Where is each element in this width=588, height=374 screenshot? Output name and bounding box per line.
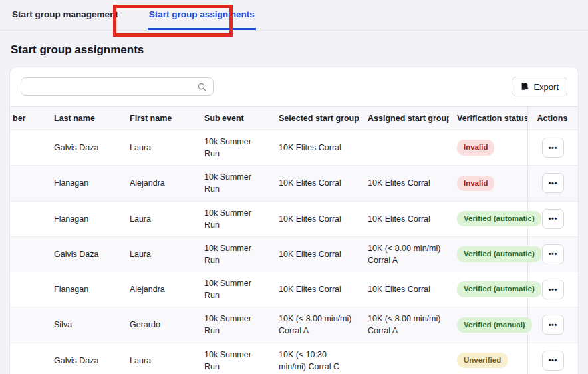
cell-last-name: Silva (46, 307, 122, 343)
cell-actions: ••• (527, 166, 578, 201)
cell-sub-event: 10k Summer Run (196, 307, 271, 343)
cell-last-name: Flanagan (46, 272, 122, 307)
verification-status-badge: Unverified (457, 353, 508, 369)
verification-status-badge: Invalid (457, 176, 494, 192)
verification-status-badge: Verified (automatic) (457, 281, 541, 297)
column-header-selected-start-group: Selected start group (271, 107, 360, 130)
table-row: Galvis DazaLaura10k Summer Run10K Elites… (10, 130, 578, 166)
cell-last-name: Flanagan (46, 166, 122, 201)
table-row: Galvis DazaLaura10k Summer Run10K (< 10:… (10, 343, 578, 374)
assignments-table: ber Last name First name Sub event Selec… (10, 106, 578, 374)
row-actions-menu-button[interactable]: ••• (542, 351, 564, 371)
cell-last-name: Galvis Daza (46, 130, 122, 166)
table-body: Galvis DazaLaura10k Summer Run10K Elites… (10, 130, 578, 374)
cell-verification-status: Verified (manual) (449, 307, 527, 343)
row-actions-menu-button[interactable]: ••• (542, 280, 564, 299)
cell-sub-event: 10k Summer Run (196, 166, 271, 201)
row-actions-menu-button[interactable]: ••• (542, 209, 564, 229)
cell-first-name: Gerardo (122, 307, 196, 343)
cell-assigned-start-group: 10K Elites Corral (360, 201, 449, 236)
cell-bib-number (10, 343, 46, 374)
cell-sub-event: 10k Summer Run (196, 130, 271, 166)
cell-selected-start-group: 10K Elites Corral (271, 130, 360, 166)
cell-selected-start-group: 10K (< 8.00 min/mi) Corral A (271, 307, 360, 343)
row-actions-menu-button[interactable]: ••• (542, 244, 564, 264)
cell-actions: ••• (527, 307, 578, 343)
cell-verification-status: Verified (automatic) (449, 236, 527, 272)
cell-last-name: Flanagan (46, 201, 122, 236)
search-icon (197, 82, 207, 92)
cell-first-name: Alejandra (122, 166, 196, 201)
cell-assigned-start-group: 10K Elites Corral (360, 166, 449, 201)
cell-selected-start-group: 10K Elites Corral (271, 166, 360, 201)
table-toolbar: Export (10, 67, 578, 106)
cell-bib-number (10, 201, 46, 236)
cell-selected-start-group: 10K (< 10:30 min/mi) Corral C (271, 343, 360, 374)
cell-selected-start-group: 10K Elites Corral (271, 201, 360, 236)
table-row: FlanaganAlejandra10k Summer Run10K Elite… (10, 166, 578, 201)
column-header-last-name: Last name (46, 107, 122, 130)
column-header-sub-event: Sub event (196, 107, 271, 130)
table-row: FlanaganAlejandra10k Summer Run10K Elite… (10, 272, 578, 307)
cell-assigned-start-group: 10K (< 8.00 min/mi) Corral A (360, 307, 449, 343)
tab-start-group-management[interactable]: Start group management (11, 0, 120, 30)
row-actions-menu-button[interactable]: ••• (542, 173, 564, 193)
table-row: FlanaganLaura10k Summer Run10K Elites Co… (10, 201, 578, 236)
cell-assigned-start-group: 10K Elites Corral (360, 272, 449, 307)
cell-assigned-start-group: 10K (< 8.00 min/mi) Corral A (360, 236, 449, 272)
cell-actions: ••• (527, 130, 578, 166)
tab-bar: Start group management Start group assig… (0, 0, 588, 31)
row-actions-menu-button[interactable]: ••• (542, 315, 564, 335)
verification-status-badge: Invalid (457, 140, 494, 156)
cell-sub-event: 10k Summer Run (196, 236, 271, 272)
cell-selected-start-group: 10K Elites Corral (271, 272, 360, 307)
page-title: Start group assignments (11, 43, 577, 57)
cell-first-name: Laura (122, 343, 196, 374)
cell-bib-number (10, 130, 46, 166)
cell-last-name: Galvis Daza (46, 236, 122, 272)
table-header-row: ber Last name First name Sub event Selec… (10, 107, 578, 130)
column-header-assigned-start-group: Assigned start group (360, 107, 449, 130)
cell-assigned-start-group (360, 130, 449, 166)
cell-verification-status: Invalid (449, 166, 527, 201)
cell-last-name: Galvis Daza (46, 343, 122, 374)
search-input[interactable] (27, 82, 197, 91)
row-actions-menu-button[interactable]: ••• (542, 138, 564, 158)
table-row: SilvaGerardo10k Summer Run10K (< 8.00 mi… (10, 307, 578, 343)
cell-assigned-start-group (360, 343, 449, 374)
column-header-first-name: First name (122, 107, 196, 130)
export-icon (520, 82, 529, 91)
export-button[interactable]: Export (512, 77, 567, 96)
cell-selected-start-group: 10K Elites Corral (271, 236, 360, 272)
table-row: Galvis DazaLaura10k Summer Run10K Elites… (10, 236, 578, 272)
cell-verification-status: Unverified (449, 343, 527, 374)
column-header-actions: Actions (527, 107, 578, 130)
cell-first-name: Laura (122, 130, 196, 166)
export-button-label: Export (533, 82, 559, 92)
cell-bib-number (10, 307, 46, 343)
cell-first-name: Laura (122, 236, 196, 272)
verification-status-badge: Verified (automatic) (457, 211, 541, 227)
cell-verification-status: Verified (automatic) (449, 272, 527, 307)
cell-sub-event: 10k Summer Run (196, 343, 271, 374)
verification-status-badge: Verified (manual) (457, 317, 532, 333)
column-header-verification-status: Verification status (449, 107, 527, 130)
cell-bib-number (10, 272, 46, 307)
assignments-card: Export ber Last name First name Sub even… (9, 67, 579, 374)
cell-actions: ••• (527, 343, 578, 374)
cell-first-name: Alejandra (122, 272, 196, 307)
tab-start-group-assignments[interactable]: Start group assignments (148, 0, 256, 30)
column-header-bib-number-truncated: ber (10, 107, 46, 130)
cell-verification-status: Verified (automatic) (449, 201, 527, 236)
cell-bib-number (10, 166, 46, 201)
search-box[interactable] (21, 77, 214, 96)
cell-sub-event: 10k Summer Run (196, 272, 271, 307)
verification-status-badge: Verified (automatic) (457, 246, 541, 262)
cell-first-name: Laura (122, 201, 196, 236)
cell-bib-number (10, 236, 46, 272)
cell-verification-status: Invalid (449, 130, 527, 166)
cell-sub-event: 10k Summer Run (196, 201, 271, 236)
